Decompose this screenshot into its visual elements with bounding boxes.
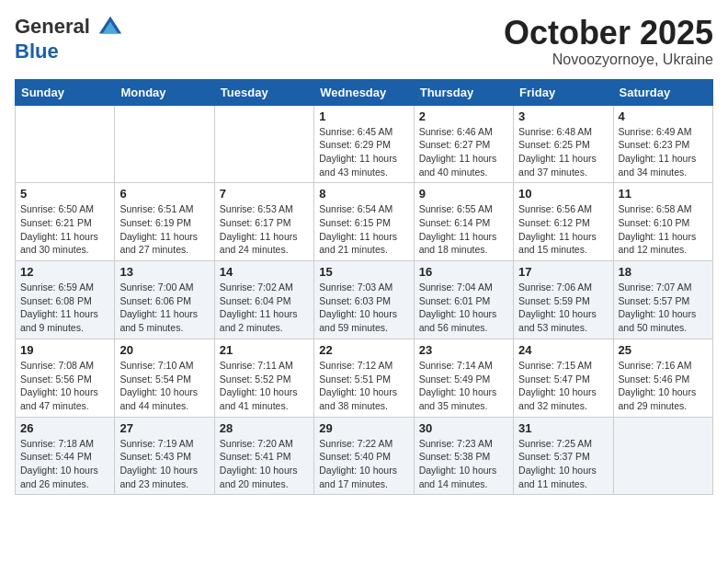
calendar-cell: 24Sunrise: 7:15 AM Sunset: 5:47 PM Dayli… <box>514 339 613 417</box>
calendar-cell: 19Sunrise: 7:08 AM Sunset: 5:56 PM Dayli… <box>16 339 115 417</box>
calendar-cell: 10Sunrise: 6:56 AM Sunset: 6:12 PM Dayli… <box>514 183 613 261</box>
day-info: Sunrise: 7:25 AM Sunset: 5:37 PM Dayligh… <box>518 437 608 491</box>
day-info: Sunrise: 6:58 AM Sunset: 6:10 PM Dayligh… <box>619 202 708 257</box>
calendar-cell: 21Sunrise: 7:11 AM Sunset: 5:52 PM Dayli… <box>214 339 313 417</box>
weekday-header-thursday: Thursday <box>414 79 513 105</box>
day-number: 22 <box>319 343 408 357</box>
day-info: Sunrise: 7:12 AM Sunset: 5:51 PM Dayligh… <box>319 359 408 413</box>
day-number: 6 <box>119 187 209 201</box>
calendar-cell <box>115 105 214 183</box>
day-number: 29 <box>319 421 408 435</box>
calendar-cell: 15Sunrise: 7:03 AM Sunset: 6:03 PM Dayli… <box>314 261 414 339</box>
day-number: 2 <box>419 109 508 123</box>
day-info: Sunrise: 7:18 AM Sunset: 5:44 PM Dayligh… <box>20 437 109 491</box>
calendar-cell: 23Sunrise: 7:14 AM Sunset: 5:49 PM Dayli… <box>414 339 513 417</box>
day-number: 21 <box>220 343 309 357</box>
weekday-header-friday: Friday <box>514 79 613 105</box>
calendar-table: SundayMondayTuesdayWednesdayThursdayFrid… <box>15 79 713 496</box>
calendar-cell: 30Sunrise: 7:23 AM Sunset: 5:38 PM Dayli… <box>414 417 513 495</box>
calendar-cell: 28Sunrise: 7:20 AM Sunset: 5:41 PM Dayli… <box>214 417 313 495</box>
day-info: Sunrise: 6:48 AM Sunset: 6:25 PM Dayligh… <box>518 125 608 179</box>
day-number: 18 <box>619 265 708 279</box>
calendar-cell: 9Sunrise: 6:55 AM Sunset: 6:14 PM Daylig… <box>414 183 513 261</box>
calendar-cell: 31Sunrise: 7:25 AM Sunset: 5:37 PM Dayli… <box>514 417 613 495</box>
calendar-cell: 26Sunrise: 7:18 AM Sunset: 5:44 PM Dayli… <box>16 417 115 495</box>
day-info: Sunrise: 7:03 AM Sunset: 6:03 PM Dayligh… <box>319 281 408 335</box>
calendar-week-2: 5Sunrise: 6:50 AM Sunset: 6:21 PM Daylig… <box>16 183 713 261</box>
day-info: Sunrise: 7:16 AM Sunset: 5:46 PM Dayligh… <box>619 359 708 413</box>
calendar-cell: 22Sunrise: 7:12 AM Sunset: 5:51 PM Dayli… <box>314 339 414 417</box>
calendar-cell <box>613 417 712 495</box>
calendar-cell: 3Sunrise: 6:48 AM Sunset: 6:25 PM Daylig… <box>514 105 613 183</box>
day-info: Sunrise: 6:45 AM Sunset: 6:29 PM Dayligh… <box>319 125 408 179</box>
day-info: Sunrise: 7:14 AM Sunset: 5:49 PM Dayligh… <box>419 359 508 413</box>
day-number: 31 <box>518 421 608 435</box>
day-number: 16 <box>419 265 508 279</box>
day-number: 14 <box>220 265 309 279</box>
day-number: 23 <box>419 343 508 357</box>
day-number: 13 <box>119 265 209 279</box>
location-subtitle: Novoozyornoye, Ukraine <box>504 52 713 68</box>
day-info: Sunrise: 6:55 AM Sunset: 6:14 PM Dayligh… <box>419 202 508 257</box>
calendar-cell: 13Sunrise: 7:00 AM Sunset: 6:06 PM Dayli… <box>115 261 214 339</box>
calendar-cell: 18Sunrise: 7:07 AM Sunset: 5:57 PM Dayli… <box>613 261 712 339</box>
day-number: 30 <box>419 421 508 435</box>
calendar-week-5: 26Sunrise: 7:18 AM Sunset: 5:44 PM Dayli… <box>16 417 713 495</box>
day-number: 17 <box>518 265 608 279</box>
day-number: 25 <box>619 343 708 357</box>
calendar-cell: 7Sunrise: 6:53 AM Sunset: 6:17 PM Daylig… <box>214 183 313 261</box>
calendar-cell: 5Sunrise: 6:50 AM Sunset: 6:21 PM Daylig… <box>16 183 115 261</box>
calendar-cell <box>16 105 115 183</box>
weekday-header-row: SundayMondayTuesdayWednesdayThursdayFrid… <box>16 79 713 105</box>
day-number: 27 <box>119 421 209 435</box>
calendar-cell: 14Sunrise: 7:02 AM Sunset: 6:04 PM Dayli… <box>214 261 313 339</box>
weekday-header-tuesday: Tuesday <box>214 79 313 105</box>
logo-general: General <box>15 15 90 38</box>
calendar-cell: 4Sunrise: 6:49 AM Sunset: 6:23 PM Daylig… <box>613 105 712 183</box>
day-info: Sunrise: 7:00 AM Sunset: 6:06 PM Dayligh… <box>119 281 209 335</box>
weekday-header-saturday: Saturday <box>613 79 712 105</box>
day-info: Sunrise: 7:15 AM Sunset: 5:47 PM Dayligh… <box>518 359 608 413</box>
page-header: General Blue October 2025 Novoozyornoye,… <box>15 15 713 68</box>
day-number: 15 <box>319 265 408 279</box>
calendar-cell <box>214 105 313 183</box>
day-number: 5 <box>20 187 109 201</box>
day-info: Sunrise: 7:02 AM Sunset: 6:04 PM Dayligh… <box>220 281 309 335</box>
day-info: Sunrise: 6:50 AM Sunset: 6:21 PM Dayligh… <box>20 202 109 257</box>
day-info: Sunrise: 7:07 AM Sunset: 5:57 PM Dayligh… <box>619 281 708 335</box>
day-info: Sunrise: 7:19 AM Sunset: 5:43 PM Dayligh… <box>119 437 209 491</box>
day-info: Sunrise: 6:53 AM Sunset: 6:17 PM Dayligh… <box>220 202 309 257</box>
day-info: Sunrise: 7:11 AM Sunset: 5:52 PM Dayligh… <box>220 359 309 413</box>
day-info: Sunrise: 7:10 AM Sunset: 5:54 PM Dayligh… <box>119 359 209 413</box>
day-info: Sunrise: 7:08 AM Sunset: 5:56 PM Dayligh… <box>20 359 109 413</box>
calendar-cell: 20Sunrise: 7:10 AM Sunset: 5:54 PM Dayli… <box>115 339 214 417</box>
calendar-cell: 2Sunrise: 6:46 AM Sunset: 6:27 PM Daylig… <box>414 105 513 183</box>
day-number: 26 <box>20 421 109 435</box>
day-number: 1 <box>319 109 408 123</box>
day-info: Sunrise: 6:56 AM Sunset: 6:12 PM Dayligh… <box>518 202 608 257</box>
day-info: Sunrise: 7:20 AM Sunset: 5:41 PM Dayligh… <box>220 437 309 491</box>
weekday-header-sunday: Sunday <box>16 79 115 105</box>
calendar-cell: 1Sunrise: 6:45 AM Sunset: 6:29 PM Daylig… <box>314 105 414 183</box>
day-info: Sunrise: 6:49 AM Sunset: 6:23 PM Dayligh… <box>619 125 708 179</box>
calendar-cell: 8Sunrise: 6:54 AM Sunset: 6:15 PM Daylig… <box>314 183 414 261</box>
calendar-cell: 12Sunrise: 6:59 AM Sunset: 6:08 PM Dayli… <box>16 261 115 339</box>
month-title: October 2025 <box>504 15 713 52</box>
day-number: 24 <box>518 343 608 357</box>
calendar-week-3: 12Sunrise: 6:59 AM Sunset: 6:08 PM Dayli… <box>16 261 713 339</box>
day-number: 12 <box>20 265 109 279</box>
day-info: Sunrise: 6:59 AM Sunset: 6:08 PM Dayligh… <box>20 281 109 335</box>
day-info: Sunrise: 7:04 AM Sunset: 6:01 PM Dayligh… <box>419 281 508 335</box>
day-number: 4 <box>619 109 708 123</box>
day-number: 19 <box>20 343 109 357</box>
day-number: 7 <box>220 187 309 201</box>
day-number: 20 <box>119 343 209 357</box>
day-info: Sunrise: 6:46 AM Sunset: 6:27 PM Dayligh… <box>419 125 508 179</box>
day-info: Sunrise: 7:22 AM Sunset: 5:40 PM Dayligh… <box>319 437 408 491</box>
calendar-cell: 29Sunrise: 7:22 AM Sunset: 5:40 PM Dayli… <box>314 417 414 495</box>
calendar-cell: 17Sunrise: 7:06 AM Sunset: 5:59 PM Dayli… <box>514 261 613 339</box>
day-number: 28 <box>220 421 309 435</box>
logo-icon <box>97 15 123 40</box>
calendar-cell: 16Sunrise: 7:04 AM Sunset: 6:01 PM Dayli… <box>414 261 513 339</box>
calendar-week-4: 19Sunrise: 7:08 AM Sunset: 5:56 PM Dayli… <box>16 339 713 417</box>
